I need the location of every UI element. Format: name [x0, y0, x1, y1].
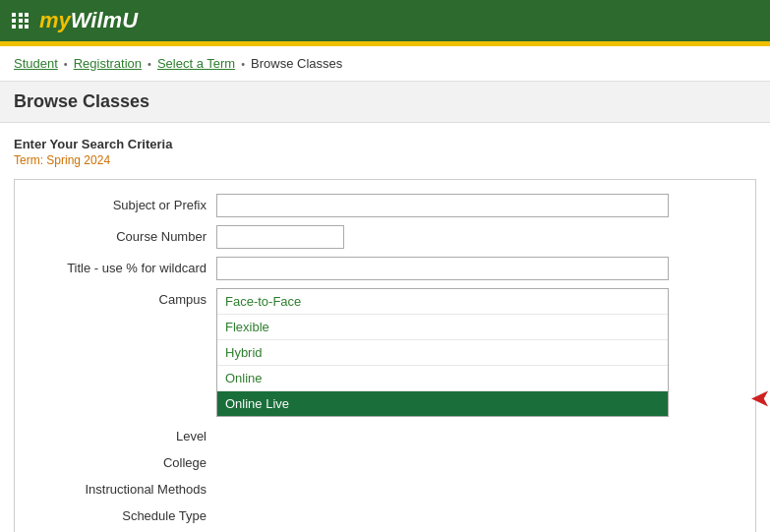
logo-my: my	[39, 8, 71, 32]
breadcrumb-sep-1: •	[64, 58, 68, 70]
listbox-item-face-to-face[interactable]: Face-to-Face	[217, 289, 668, 315]
breadcrumb-sep-2: •	[148, 58, 151, 70]
campus-listbox[interactable]: Face-to-Face Flexible Hybrid Online Onli…	[216, 288, 669, 417]
schedule-type-label: Schedule Type	[25, 504, 216, 523]
page-title: Browse Classes	[14, 91, 756, 112]
college-label: College	[25, 451, 216, 470]
logo-wilmu: WilmU	[71, 8, 138, 32]
course-number-input[interactable]	[216, 225, 344, 249]
subject-label: Subject or Prefix	[25, 194, 216, 212]
breadcrumb-student[interactable]: Student	[14, 56, 58, 71]
campus-label: Campus	[25, 288, 216, 307]
breadcrumb-sep-3: •	[241, 58, 245, 70]
page-title-bar: Browse Classes	[0, 82, 770, 123]
title-input[interactable]	[216, 257, 669, 280]
college-row: College	[25, 451, 745, 470]
campus-row: Campus Face-to-Face Flexible Hybrid Onli…	[25, 288, 745, 417]
title-label: Title - use % for wildcard	[25, 257, 216, 275]
annotation-arrow: ➤ 2	[751, 386, 770, 412]
instructional-methods-label: Instructional Methods	[25, 478, 216, 497]
term-label: Term: Spring 2024	[14, 153, 756, 167]
instructional-methods-row: Instructional Methods	[25, 478, 745, 497]
course-number-label: Course Number	[25, 225, 216, 244]
subject-row: Subject or Prefix	[25, 194, 745, 217]
content-area: Enter Your Search Criteria Term: Spring …	[0, 123, 770, 532]
listbox-item-flexible[interactable]: Flexible	[217, 315, 668, 340]
breadcrumb: Student • Registration • Select a Term •…	[0, 46, 770, 82]
schedule-type-row: Schedule Type	[25, 504, 745, 523]
level-row: Level	[25, 425, 745, 443]
course-number-input-wrapper	[216, 225, 745, 249]
listbox-item-hybrid[interactable]: Hybrid	[217, 340, 668, 366]
listbox-item-online[interactable]: Online	[217, 366, 668, 391]
level-label: Level	[25, 425, 216, 443]
subject-input-wrapper	[216, 194, 745, 217]
breadcrumb-current: Browse Classes	[251, 56, 342, 71]
breadcrumb-registration[interactable]: Registration	[74, 56, 142, 71]
search-criteria-heading: Enter Your Search Criteria	[14, 137, 756, 151]
course-number-row: Course Number	[25, 225, 745, 249]
arrow-icon: ➤	[751, 386, 769, 412]
breadcrumb-select-term[interactable]: Select a Term	[157, 56, 235, 71]
listbox-item-online-live[interactable]: Online Live	[217, 391, 668, 416]
search-form: Subject or Prefix Course Number Title - …	[14, 179, 756, 532]
app-header: myWilmU	[0, 0, 770, 41]
subject-input[interactable]	[216, 194, 669, 217]
app-logo: myWilmU	[39, 8, 138, 33]
title-row: Title - use % for wildcard	[25, 257, 745, 280]
campus-listbox-wrapper: Face-to-Face Flexible Hybrid Online Onli…	[216, 288, 745, 417]
title-input-wrapper	[216, 257, 745, 280]
grid-icon[interactable]	[12, 13, 30, 29]
